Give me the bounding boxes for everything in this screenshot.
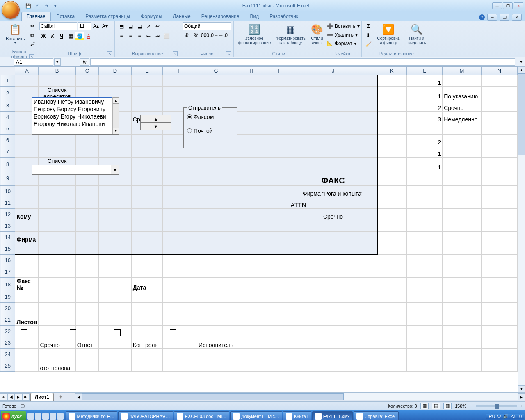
cell[interactable] — [289, 326, 377, 337]
cell[interactable] — [443, 255, 482, 266]
align-top-button[interactable]: ⬒ — [117, 22, 126, 30]
tab-view[interactable]: Вид — [245, 12, 264, 21]
taskbar-item[interactable]: Документ1 - Mic… — [230, 411, 282, 420]
cell[interactable] — [98, 232, 131, 243]
font-color-button[interactable]: A — [84, 32, 93, 40]
horizontal-scrollbar[interactable]: ◀ ▶ — [75, 393, 525, 400]
cell[interactable] — [131, 232, 162, 243]
cell[interactable] — [443, 360, 482, 372]
cell[interactable] — [131, 87, 162, 100]
tab-review[interactable]: Рецензирование — [196, 12, 244, 21]
cell[interactable]: ФАКС — [289, 171, 377, 186]
italic-button[interactable]: К — [48, 32, 57, 40]
clear-button[interactable]: 🧹 — [364, 40, 372, 48]
cell[interactable] — [162, 326, 197, 337]
cell[interactable] — [377, 337, 406, 349]
firm-combobox[interactable]: ▼ — [32, 165, 119, 175]
row-header[interactable]: 1 — [0, 75, 15, 87]
cell[interactable] — [98, 349, 131, 360]
row-header[interactable]: 24 — [0, 349, 15, 360]
row-header[interactable]: 8 — [0, 158, 15, 171]
cell[interactable]: 1 — [406, 158, 443, 171]
cell[interactable]: 1 — [406, 75, 443, 87]
sort-filter-button[interactable]: 🔽Сортировка и фильтр — [374, 22, 403, 46]
cell[interactable] — [197, 349, 235, 360]
cell[interactable] — [406, 278, 443, 291]
cell[interactable] — [39, 303, 75, 314]
row-header[interactable]: 17 — [0, 266, 15, 278]
cell[interactable] — [15, 349, 39, 360]
cell[interactable] — [289, 75, 377, 87]
cell[interactable] — [39, 220, 75, 232]
list-item[interactable]: Борисову Егору Николаеви — [32, 113, 119, 120]
row-header[interactable]: 14 — [0, 232, 15, 243]
cell[interactable] — [443, 146, 482, 158]
cell[interactable] — [131, 291, 162, 303]
tab-home[interactable]: Главная — [21, 12, 51, 21]
cell[interactable] — [75, 266, 98, 278]
cell[interactable] — [15, 266, 39, 278]
cell[interactable] — [268, 278, 289, 291]
cell[interactable] — [443, 209, 482, 220]
cell[interactable] — [406, 232, 443, 243]
cell[interactable] — [235, 186, 268, 197]
row-header[interactable]: 6 — [0, 135, 15, 146]
scroll-right-button[interactable]: ▶ — [518, 393, 525, 400]
cell[interactable] — [481, 75, 517, 87]
page-layout-view-button[interactable]: ▤ — [432, 403, 440, 409]
orientation-button[interactable]: ↗ — [144, 22, 153, 30]
cell[interactable] — [235, 171, 268, 186]
cell[interactable] — [75, 135, 98, 146]
cell[interactable] — [235, 360, 268, 372]
spin-up-button[interactable]: ▲ — [141, 115, 171, 123]
ql-icon[interactable] — [42, 413, 49, 420]
cell[interactable] — [289, 158, 377, 171]
cell[interactable] — [377, 220, 406, 232]
row-header[interactable]: 20 — [0, 303, 15, 314]
row-header[interactable]: 19 — [0, 291, 15, 303]
cell[interactable] — [75, 326, 98, 337]
cell[interactable] — [406, 349, 443, 360]
cell[interactable] — [39, 209, 75, 220]
cell[interactable] — [75, 220, 98, 232]
cell[interactable] — [481, 197, 517, 209]
cell[interactable] — [15, 360, 39, 372]
cell[interactable] — [377, 255, 406, 266]
cell[interactable] — [406, 255, 443, 266]
cell[interactable] — [235, 220, 268, 232]
cell[interactable] — [75, 232, 98, 243]
cell[interactable] — [377, 291, 406, 303]
align-center-button[interactable]: ≡ — [126, 32, 135, 40]
cell[interactable] — [377, 186, 406, 197]
cell[interactable] — [235, 112, 268, 123]
last-sheet-button[interactable]: ⏭ — [22, 393, 30, 401]
column-header[interactable]: I — [268, 67, 289, 75]
find-select-button[interactable]: 🔍Найти и выделить — [404, 22, 429, 46]
cell[interactable] — [481, 266, 517, 278]
cell[interactable] — [75, 186, 98, 197]
row-header[interactable]: 15 — [0, 243, 15, 255]
cell[interactable] — [39, 186, 75, 197]
cell[interactable] — [268, 158, 289, 171]
cell[interactable] — [268, 360, 289, 372]
cell[interactable] — [268, 243, 289, 255]
cell[interactable] — [162, 278, 197, 291]
cell[interactable] — [15, 337, 39, 349]
cell[interactable] — [39, 291, 75, 303]
cell[interactable] — [268, 135, 289, 146]
row-header[interactable]: 16 — [0, 255, 15, 266]
taskbar-item[interactable]: Fax1111.xlsx — [312, 411, 353, 420]
fill-color-button[interactable]: 🪣 — [75, 32, 84, 40]
cell[interactable] — [162, 291, 197, 303]
cell[interactable] — [197, 171, 235, 186]
scroll-down-button[interactable]: ▼ — [518, 385, 525, 392]
cell[interactable] — [75, 314, 98, 326]
cell[interactable] — [406, 266, 443, 278]
row-header[interactable]: 7 — [0, 146, 15, 158]
listbox-scrollbar[interactable]: ▲ ▼ — [112, 97, 119, 134]
cell[interactable] — [98, 291, 131, 303]
cell[interactable] — [162, 197, 197, 209]
cell[interactable] — [15, 75, 39, 87]
column-header[interactable]: C — [75, 67, 98, 75]
cell[interactable] — [406, 209, 443, 220]
